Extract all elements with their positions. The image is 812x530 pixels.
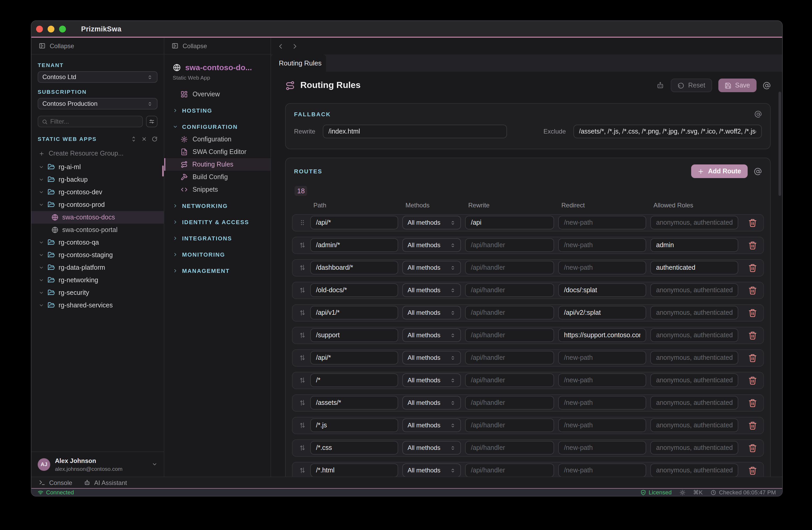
route-redirect-input[interactable] <box>558 396 646 410</box>
route-redirect-input[interactable] <box>558 239 646 252</box>
route-methods-select[interactable]: All methods <box>402 306 461 320</box>
tree-group-row[interactable]: rg-contoso-staging <box>31 249 164 261</box>
route-roles-input[interactable] <box>650 329 738 342</box>
tenant-select[interactable]: Contoso Ltd <box>38 71 158 83</box>
delete-route-button[interactable] <box>748 331 757 340</box>
nav-section[interactable]: IDENTITY & ACCESS <box>164 216 271 228</box>
nav-section[interactable]: MONITORING <box>164 248 271 261</box>
subscription-select[interactable]: Contoso Production <box>38 98 158 110</box>
zoom-window-button[interactable] <box>59 25 66 32</box>
delete-route-button[interactable] <box>748 263 757 272</box>
tree-app-row[interactable]: swa-contoso-portal <box>31 224 164 236</box>
expand-all-icon[interactable] <box>131 136 136 142</box>
tab-routing-rules[interactable]: Routing Rules <box>271 54 326 72</box>
nav-section[interactable]: CONFIGURATION <box>164 121 271 133</box>
route-redirect-input[interactable] <box>558 419 646 432</box>
filter-field[interactable] <box>38 116 143 127</box>
route-methods-select[interactable]: All methods <box>402 396 461 410</box>
route-methods-select[interactable]: All methods <box>402 283 461 297</box>
route-redirect-input[interactable] <box>558 374 646 387</box>
route-path-input[interactable] <box>310 216 398 229</box>
route-rewrite-input[interactable] <box>465 329 554 342</box>
route-roles-input[interactable] <box>650 396 738 410</box>
forward-icon[interactable] <box>291 43 298 50</box>
ai-assistant-button[interactable]: AI Assistant <box>84 479 127 486</box>
drag-handle-icon[interactable] <box>299 242 306 249</box>
route-rewrite-input[interactable] <box>465 261 554 275</box>
back-icon[interactable] <box>277 43 284 50</box>
route-path-input[interactable] <box>310 396 398 410</box>
route-path-input[interactable] <box>310 329 398 342</box>
route-methods-select[interactable]: All methods <box>402 329 461 342</box>
nav-section[interactable]: MANAGEMENT <box>164 264 271 277</box>
tree-group-row[interactable]: rg-shared-services <box>31 299 164 311</box>
drag-handle-icon[interactable] <box>299 377 306 384</box>
save-button[interactable]: Save <box>719 79 756 92</box>
route-path-input[interactable] <box>310 374 398 387</box>
route-redirect-input[interactable] <box>558 283 646 297</box>
delete-route-button[interactable] <box>748 421 757 430</box>
route-rewrite-input[interactable] <box>465 239 554 252</box>
nav-section[interactable]: NETWORKING <box>164 199 271 212</box>
route-rewrite-input[interactable] <box>465 396 554 410</box>
sidebar-scrollbar-thumb[interactable] <box>162 166 164 177</box>
theme-toggle[interactable] <box>680 489 685 495</box>
route-methods-select[interactable]: All methods <box>402 441 461 455</box>
at-sign-icon[interactable] <box>754 111 762 118</box>
route-methods-select[interactable]: All methods <box>402 216 461 229</box>
nav-section[interactable]: INTEGRATIONS <box>164 232 271 245</box>
route-redirect-input[interactable] <box>558 306 646 320</box>
reset-button[interactable]: Reset <box>671 79 712 92</box>
nav-item[interactable]: Snippets <box>164 183 271 196</box>
route-rewrite-input[interactable] <box>465 216 554 229</box>
route-redirect-input[interactable] <box>558 216 646 229</box>
create-resource-group-button[interactable]: Create Resource Group... <box>38 147 158 160</box>
tree-group-row[interactable]: rg-ai-ml <box>31 161 164 173</box>
route-roles-input[interactable] <box>650 261 738 275</box>
route-methods-select[interactable]: All methods <box>402 419 461 432</box>
drag-handle-icon[interactable] <box>299 354 306 362</box>
nav-item[interactable]: Build Config <box>164 171 271 183</box>
drag-handle-icon[interactable] <box>299 422 306 429</box>
drag-handle-icon[interactable] <box>299 287 306 294</box>
delete-route-button[interactable] <box>748 241 757 250</box>
route-roles-input[interactable] <box>650 441 738 455</box>
add-route-button[interactable]: Add Route <box>692 165 748 178</box>
drag-handle-icon[interactable] <box>299 309 306 317</box>
sidebar-collapse-bar[interactable]: Collapse <box>31 38 164 54</box>
delete-route-button[interactable] <box>748 399 757 407</box>
route-path-input[interactable] <box>310 239 398 252</box>
command-shortcut[interactable]: ⌘K <box>693 489 703 496</box>
route-rewrite-input[interactable] <box>465 283 554 297</box>
route-redirect-input[interactable] <box>558 329 646 342</box>
route-roles-input[interactable] <box>650 464 738 477</box>
drag-handle-icon[interactable] <box>299 219 306 226</box>
drag-handle-icon[interactable] <box>299 467 306 474</box>
delete-route-button[interactable] <box>748 219 757 227</box>
delete-route-button[interactable] <box>748 308 757 317</box>
delete-route-button[interactable] <box>748 466 757 475</box>
nav-item[interactable]: SWA Config Editor <box>164 145 271 158</box>
fallback-exclude-input[interactable] <box>573 125 762 138</box>
main-scrollbar-thumb[interactable] <box>779 92 781 196</box>
drag-handle-icon[interactable] <box>299 264 306 271</box>
delete-route-button[interactable] <box>748 376 757 385</box>
route-roles-input[interactable] <box>650 283 738 297</box>
delete-route-button[interactable] <box>748 353 757 362</box>
delete-route-button[interactable] <box>748 286 757 295</box>
nav-section[interactable]: HOSTING <box>164 104 271 117</box>
route-roles-input[interactable] <box>650 419 738 432</box>
tree-group-row[interactable]: rg-networking <box>31 274 164 287</box>
at-sign-icon[interactable] <box>754 167 762 175</box>
tree-group-row[interactable]: rg-data-platform <box>31 261 164 274</box>
tree-group-row[interactable]: rg-contoso-dev <box>31 186 164 198</box>
route-roles-input[interactable] <box>650 306 738 320</box>
tree-group-row[interactable]: rg-security <box>31 287 164 299</box>
fallback-rewrite-input[interactable] <box>322 125 507 138</box>
route-roles-input[interactable] <box>650 239 738 252</box>
drag-handle-icon[interactable] <box>299 444 306 452</box>
route-methods-select[interactable]: All methods <box>402 351 461 365</box>
route-methods-select[interactable]: All methods <box>402 239 461 252</box>
route-path-input[interactable] <box>310 351 398 365</box>
appnav-collapse-bar[interactable]: Collapse <box>164 38 271 54</box>
